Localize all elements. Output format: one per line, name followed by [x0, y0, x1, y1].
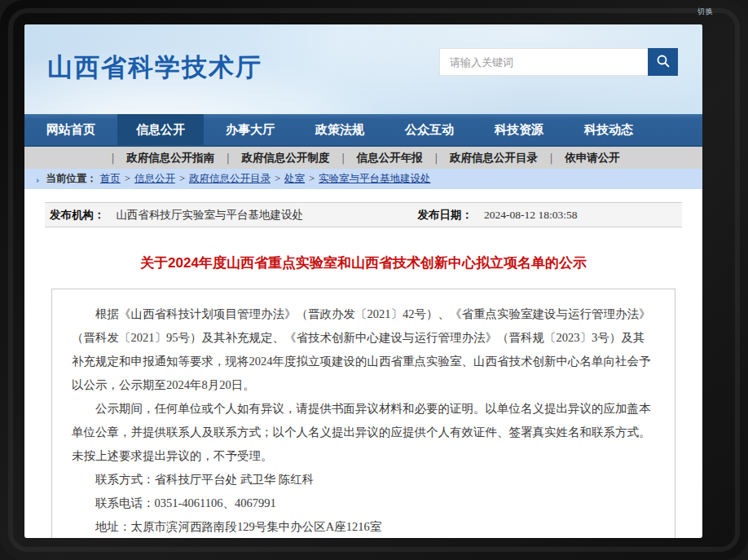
- subnav-divider: ｜: [222, 151, 233, 165]
- breadcrumb-label: 当前位置：: [46, 172, 97, 186]
- nav-item-policies[interactable]: 政策法规: [297, 114, 383, 145]
- frame-corner-text: 切换: [697, 7, 714, 17]
- subnav-item-catalog[interactable]: 政府信息公开目录: [450, 151, 538, 165]
- nav-item-public-interaction[interactable]: 公众互动: [386, 114, 473, 145]
- nav-item-info-disclosure[interactable]: 信息公开: [117, 114, 204, 145]
- subnav-divider: ｜: [108, 151, 118, 165]
- subnav-divider: ｜: [546, 151, 557, 165]
- publish-agency-value: 山西省科技厅实验室与平台基地建设处: [117, 208, 304, 223]
- breadcrumb-separator: >: [179, 173, 185, 185]
- contact-persons-line: 联系方式：省科技厅平台处 武卫华 陈红科: [72, 468, 655, 492]
- article-paragraph: 根据《山西省科技计划项目管理办法》（晋政办发〔2021〕42号）、《省重点实验室…: [72, 302, 655, 397]
- breadcrumb-link-home[interactable]: 首页: [100, 172, 121, 186]
- nav-item-home[interactable]: 网站首页: [28, 114, 114, 145]
- site-header: 山西省科学技术厅: [24, 24, 702, 114]
- breadcrumb-link-lab-division[interactable]: 实验室与平台基地建设处: [319, 172, 431, 186]
- site-title: 山西省科学技术厅: [47, 51, 262, 85]
- search-button[interactable]: [648, 48, 678, 76]
- search-icon: [656, 54, 671, 71]
- breadcrumb-link-catalog[interactable]: 政府信息公开目录: [189, 172, 271, 186]
- article-title: 关于2024年度山西省重点实验室和山西省技术创新中心拟立项名单的公示: [24, 254, 702, 272]
- search-input[interactable]: [439, 48, 648, 76]
- publish-meta-row: 发布机构： 山西省科技厅实验室与平台基地建设处 发布日期： 2024-08-12…: [45, 202, 682, 227]
- contact-phone-line: 联系电话：0351-4061106、4067991: [72, 492, 655, 515]
- nav-item-service-hall[interactable]: 办事大厅: [207, 114, 293, 145]
- subnav-item-guide[interactable]: 政府信息公开指南: [126, 151, 214, 165]
- breadcrumb: › 当前位置： 首页 > 信息公开 > 政府信息公开目录 > 处室 > 实验室与…: [24, 169, 702, 189]
- breadcrumb-link-info[interactable]: 信息公开: [134, 172, 175, 186]
- browser-page: 山西省科学技术厅 网站首页 信息公开 办事大厅 政策法规 公众互动 科技资源 科…: [24, 24, 702, 538]
- search-bar: [439, 48, 678, 76]
- address-line: 地址：太原市滨河西路南段129号集中办公区A座1216室: [72, 515, 655, 538]
- subnav-divider: ｜: [431, 151, 442, 165]
- subnav-divider: ｜: [337, 151, 348, 165]
- nav-item-tech-news[interactable]: 科技动态: [565, 114, 652, 145]
- sub-nav: ｜ 政府信息公开指南 ｜ 政府信息公开制度 ｜ 信息公开年报 ｜ 政府信息公开目…: [24, 147, 702, 169]
- breadcrumb-separator: >: [125, 173, 130, 185]
- publish-date-label: 发布日期：: [418, 208, 473, 223]
- breadcrumb-separator: >: [309, 173, 315, 185]
- article-body: 根据《山西省科技计划项目管理办法》（晋政办发〔2021〕42号）、《省重点实验室…: [51, 289, 675, 538]
- main-nav: 网站首页 信息公开 办事大厅 政策法规 公众互动 科技资源 科技动态: [24, 114, 702, 147]
- article-paragraph: 公示期间，任何单位或个人如有异议，请提供书面异议材料和必要的证明。以单位名义提出…: [72, 397, 655, 468]
- breadcrumb-separator: >: [275, 173, 280, 185]
- breadcrumb-arrow-icon: ›: [36, 173, 39, 186]
- subnav-item-system[interactable]: 政府信息公开制度: [241, 151, 329, 165]
- breadcrumb-link-office[interactable]: 处室: [284, 172, 305, 186]
- subnav-item-annual-report[interactable]: 信息公开年报: [357, 151, 423, 165]
- nav-item-tech-resources[interactable]: 科技资源: [476, 114, 562, 145]
- publish-agency-label: 发布机构：: [50, 208, 105, 223]
- publish-date-value: 2024-08-12 18:03:58: [484, 209, 577, 222]
- subnav-item-on-request[interactable]: 依申请公开: [565, 151, 620, 165]
